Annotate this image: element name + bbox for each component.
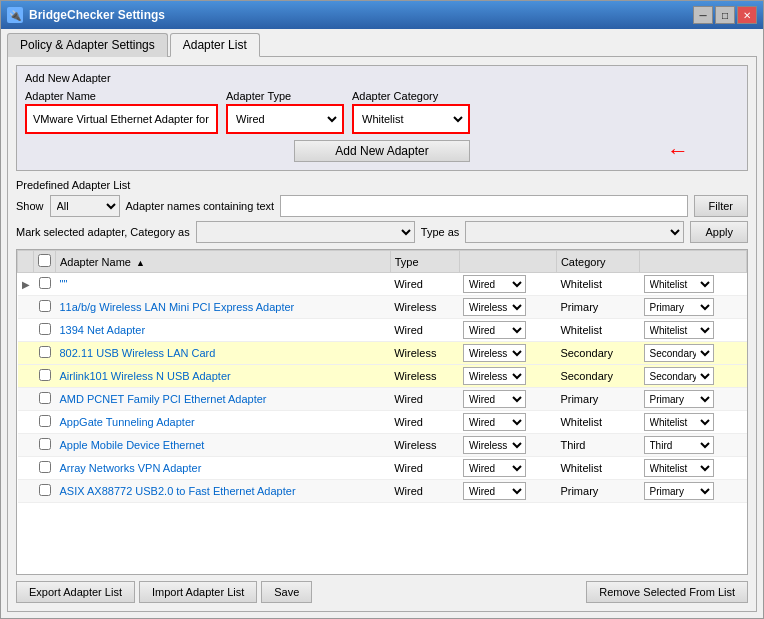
th-type[interactable]: Type [390,251,459,273]
th-checkbox[interactable] [34,251,56,273]
apply-button[interactable]: Apply [690,221,748,243]
row-type-select-cell[interactable]: WiredWireless [459,365,556,388]
row-type-select-cell[interactable]: WiredWireless [459,342,556,365]
filter-button[interactable]: Filter [694,195,748,217]
row-category-select[interactable]: WhitelistPrimarySecondaryThird [644,459,714,477]
row-type-select-cell[interactable]: WiredWireless [459,480,556,503]
row-adapter-name[interactable]: Apple Mobile Device Ethernet [56,434,391,457]
type-mark-select[interactable]: Wired Wireless [465,221,684,243]
adapter-name-link[interactable]: 802.11 USB Wireless LAN Card [60,347,216,359]
row-category-select-cell[interactable]: WhitelistPrimarySecondaryThird [640,296,747,319]
row-category-select-cell[interactable]: WhitelistPrimarySecondaryThird [640,457,747,480]
close-button[interactable]: ✕ [737,6,757,24]
row-type-select-cell[interactable]: WiredWireless [459,388,556,411]
add-new-adapter-button[interactable]: Add New Adapter [294,140,469,162]
row-checkbox[interactable] [39,300,51,312]
row-checkbox-cell[interactable] [34,434,56,457]
adapter-name-link[interactable]: 11a/b/g Wireless LAN Mini PCI Express Ad… [60,301,295,313]
show-select[interactable]: All Wired Wireless [50,195,120,217]
row-adapter-name[interactable]: AppGate Tunneling Adapter [56,411,391,434]
row-type-select[interactable]: WiredWireless [463,459,526,477]
row-adapter-name[interactable]: Airlink101 Wireless N USB Adapter [56,365,391,388]
row-type-select[interactable]: WiredWireless [463,436,526,454]
row-category-select-cell[interactable]: WhitelistPrimarySecondaryThird [640,434,747,457]
row-type-select[interactable]: WiredWireless [463,321,526,339]
row-checkbox-cell[interactable] [34,342,56,365]
adapter-name-link[interactable]: Array Networks VPN Adapter [60,462,202,474]
row-checkbox-cell[interactable] [34,457,56,480]
adapter-name-link[interactable]: 1394 Net Adapter [60,324,146,336]
row-category-select-cell[interactable]: WhitelistPrimarySecondaryThird [640,319,747,342]
adapter-name-link[interactable]: Airlink101 Wireless N USB Adapter [60,370,231,382]
row-checkbox[interactable] [39,277,51,289]
remove-button[interactable]: Remove Selected From List [586,581,748,603]
row-expand[interactable]: ▶ [18,273,34,296]
row-type-select[interactable]: WiredWireless [463,413,526,431]
row-checkbox[interactable] [39,461,51,473]
tab-policy-adapter-settings[interactable]: Policy & Adapter Settings [7,33,168,57]
row-type-select-cell[interactable]: WiredWireless [459,434,556,457]
adapter-name-input[interactable] [29,108,214,130]
row-category-select-cell[interactable]: WhitelistPrimarySecondaryThird [640,342,747,365]
row-category-select-cell[interactable]: WhitelistPrimarySecondaryThird [640,388,747,411]
row-checkbox-cell[interactable] [34,296,56,319]
row-adapter-name[interactable]: ASIX AX88772 USB2.0 to Fast Ethernet Ada… [56,480,391,503]
th-category[interactable]: Category [556,251,639,273]
row-expand[interactable] [18,457,34,480]
row-category-select[interactable]: WhitelistPrimarySecondaryThird [644,298,714,316]
category-mark-select[interactable]: Whitelist Primary Secondary Third [196,221,415,243]
adapter-category-select[interactable]: Whitelist Primary Secondary Third [356,108,466,130]
filter-input[interactable] [280,195,687,217]
row-type-select-cell[interactable]: WiredWireless [459,296,556,319]
row-checkbox-cell[interactable] [34,319,56,342]
row-category-select[interactable]: WhitelistPrimarySecondaryThird [644,436,714,454]
import-button[interactable]: Import Adapter List [139,581,257,603]
row-type-select[interactable]: WiredWireless [463,298,526,316]
row-expand[interactable] [18,388,34,411]
row-type-select[interactable]: WiredWireless [463,275,526,293]
adapter-name-link[interactable]: "" [60,278,68,290]
row-adapter-name[interactable]: 802.11 USB Wireless LAN Card [56,342,391,365]
row-checkbox-cell[interactable] [34,365,56,388]
adapter-name-link[interactable]: Apple Mobile Device Ethernet [60,439,205,451]
row-checkbox[interactable] [39,484,51,496]
row-checkbox-cell[interactable] [34,273,56,296]
row-type-select-cell[interactable]: WiredWireless [459,273,556,296]
row-checkbox[interactable] [39,323,51,335]
adapter-name-link[interactable]: ASIX AX88772 USB2.0 to Fast Ethernet Ada… [60,485,296,497]
row-adapter-name[interactable]: 11a/b/g Wireless LAN Mini PCI Express Ad… [56,296,391,319]
row-adapter-name[interactable]: Array Networks VPN Adapter [56,457,391,480]
row-category-select[interactable]: WhitelistPrimarySecondaryThird [644,482,714,500]
row-expand[interactable] [18,319,34,342]
row-category-select[interactable]: WhitelistPrimarySecondaryThird [644,367,714,385]
tab-adapter-list[interactable]: Adapter List [170,33,260,57]
row-checkbox[interactable] [39,392,51,404]
row-checkbox-cell[interactable] [34,480,56,503]
adapter-type-select[interactable]: Wired Wireless [230,108,340,130]
row-expand[interactable] [18,480,34,503]
row-checkbox[interactable] [39,369,51,381]
row-adapter-name[interactable]: 1394 Net Adapter [56,319,391,342]
row-expand[interactable] [18,411,34,434]
row-category-select-cell[interactable]: WhitelistPrimarySecondaryThird [640,480,747,503]
adapter-name-link[interactable]: AMD PCNET Family PCI Ethernet Adapter [60,393,267,405]
row-category-select-cell[interactable]: WhitelistPrimarySecondaryThird [640,273,747,296]
row-type-select[interactable]: WiredWireless [463,390,526,408]
row-category-select-cell[interactable]: WhitelistPrimarySecondaryThird [640,411,747,434]
minimize-button[interactable]: ─ [693,6,713,24]
export-button[interactable]: Export Adapter List [16,581,135,603]
row-type-select-cell[interactable]: WiredWireless [459,411,556,434]
row-type-select-cell[interactable]: WiredWireless [459,319,556,342]
row-checkbox[interactable] [39,415,51,427]
row-expand[interactable] [18,342,34,365]
row-category-select-cell[interactable]: WhitelistPrimarySecondaryThird [640,365,747,388]
row-category-select[interactable]: WhitelistPrimarySecondaryThird [644,275,714,293]
row-expand[interactable] [18,296,34,319]
row-category-select[interactable]: WhitelistPrimarySecondaryThird [644,390,714,408]
adapter-name-link[interactable]: AppGate Tunneling Adapter [60,416,195,428]
row-type-select[interactable]: WiredWireless [463,482,526,500]
row-type-select-cell[interactable]: WiredWireless [459,457,556,480]
row-expand[interactable] [18,434,34,457]
row-type-select[interactable]: WiredWireless [463,344,526,362]
row-expand[interactable] [18,365,34,388]
